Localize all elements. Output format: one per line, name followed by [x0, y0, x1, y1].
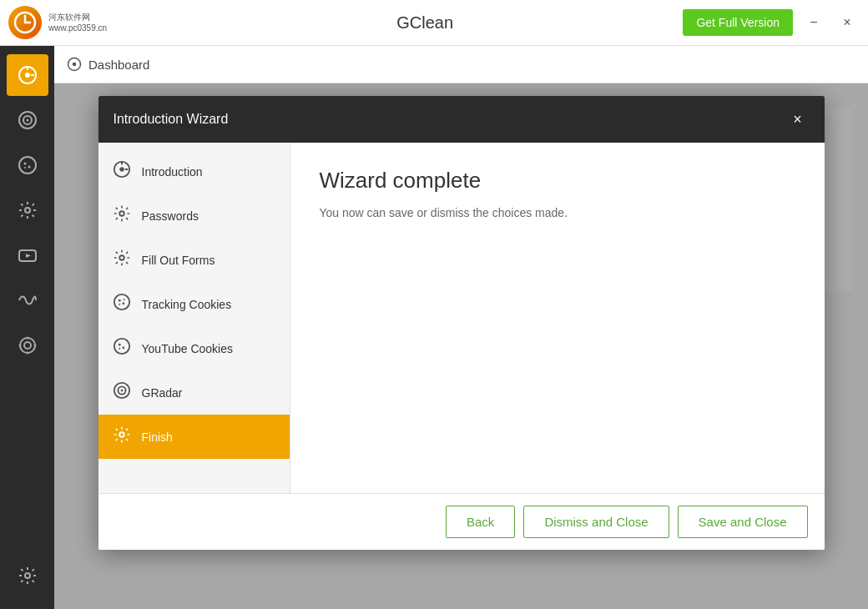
svg-point-38 [119, 348, 120, 350]
svg-point-37 [122, 346, 124, 349]
sync-icon [18, 335, 38, 355]
tracking-cookies-nav-icon [112, 293, 132, 315]
svg-point-31 [118, 299, 120, 302]
svg-point-23 [73, 63, 77, 67]
passwords-nav-icon [112, 204, 132, 227]
back-button[interactable]: Back [446, 506, 515, 538]
gradar-icon [113, 381, 131, 400]
modal-title: Introduction Wizard [114, 112, 229, 127]
wizard-complete-title: Wizard complete [320, 168, 795, 194]
gradar-nav-icon [112, 381, 132, 404]
fill-forms-nav-label: Fill Out Forms [142, 254, 215, 267]
svg-point-9 [23, 163, 26, 165]
dashboard-icon [18, 65, 38, 85]
passwords-nav-label: Passwords [142, 209, 199, 223]
svg-point-41 [120, 390, 123, 392]
sidebar [0, 46, 54, 609]
sidebar-item-cookie[interactable] [7, 144, 48, 186]
sidebar-item-dashboard[interactable] [7, 54, 48, 96]
svg-point-29 [119, 255, 124, 260]
svg-point-15 [20, 338, 35, 353]
sidebar-item-sync[interactable] [7, 325, 48, 366]
logo-icon [13, 11, 37, 34]
passwords-icon [113, 204, 131, 223]
wizard-nav-youtube-cookies[interactable]: YouTube Cookies [98, 326, 290, 370]
sidebar-item-wave[interactable] [7, 279, 48, 321]
sidebar-item-target[interactable] [7, 99, 48, 141]
config-icon [18, 566, 38, 586]
svg-point-34 [123, 299, 124, 300]
svg-point-33 [119, 304, 120, 305]
dashboard-label: Dashboard [88, 58, 149, 72]
introduction-wizard-modal: Introduction Wizard × [98, 96, 825, 550]
save-and-close-button[interactable]: Save and Close [678, 506, 808, 538]
wizard-nav-passwords[interactable]: Passwords [98, 194, 290, 238]
finish-icon [113, 425, 131, 444]
watermark-text: 河东软件网 www.pc0359.cn [48, 12, 107, 33]
svg-point-28 [119, 211, 124, 216]
svg-marker-14 [26, 254, 31, 258]
wave-icon [18, 290, 38, 310]
titlebar-controls: Get Full Version − × [683, 9, 868, 36]
wizard-nav-tracking-cookies[interactable]: Tracking Cookies [98, 282, 290, 326]
introduction-icon [113, 160, 131, 179]
introduction-nav-label: Introduction [142, 165, 203, 179]
svg-point-19 [18, 345, 21, 347]
introduction-nav-icon [112, 160, 132, 183]
svg-point-36 [118, 344, 120, 346]
gradar-nav-label: GRadar [142, 386, 183, 400]
logo-circle [8, 6, 42, 39]
modal-overlay: Introduction Wizard × [54, 83, 868, 609]
target-icon [18, 110, 38, 130]
youtube-cookies-nav-icon [112, 337, 132, 360]
wizard-nav-gradar[interactable]: GRadar [98, 370, 290, 415]
svg-point-21 [25, 573, 30, 578]
get-full-version-button[interactable]: Get Full Version [683, 9, 793, 36]
wizard-nav-finish[interactable]: Finish [98, 415, 290, 459]
finish-nav-icon [112, 425, 132, 448]
fill-forms-nav-icon [112, 249, 132, 271]
wizard-nav-introduction[interactable]: Introduction [98, 149, 290, 194]
svg-point-8 [19, 157, 36, 174]
wizard-nav: Introduction Passwords [98, 143, 290, 493]
dashboard-bar-icon [67, 57, 82, 72]
wizard-content: Wizard complete You now can save or dism… [290, 143, 825, 493]
minimize-button[interactable]: − [801, 10, 826, 35]
finish-nav-label: Finish [142, 430, 173, 444]
titlebar: 河东软件网 www.pc0359.cn GClean Get Full Vers… [0, 0, 868, 46]
settings-icon [18, 200, 38, 220]
svg-point-32 [122, 302, 124, 304]
main-content: following the link below. Configure clea… [54, 83, 868, 609]
sidebar-item-youtube[interactable] [7, 234, 48, 276]
app-logo: 河东软件网 www.pc0359.cn [0, 6, 167, 39]
svg-point-2 [25, 73, 30, 78]
svg-point-7 [26, 119, 28, 122]
tracking-cookies-nav-label: Tracking Cookies [142, 298, 232, 311]
svg-point-11 [24, 167, 26, 169]
svg-point-17 [26, 337, 28, 340]
sidebar-item-settings[interactable] [7, 189, 48, 231]
fill-forms-icon [113, 249, 131, 267]
modal-close-button[interactable]: × [786, 108, 810, 131]
cookie-icon [18, 155, 38, 175]
svg-point-30 [114, 294, 129, 310]
app-title: GClean [396, 13, 453, 33]
window-close-button[interactable]: × [835, 10, 860, 35]
dismiss-and-close-button[interactable]: Dismiss and Close [523, 506, 669, 538]
svg-point-12 [25, 208, 30, 213]
dashboard-bar: Dashboard [54, 46, 868, 83]
sidebar-item-config[interactable] [7, 555, 48, 596]
svg-point-25 [119, 167, 124, 172]
svg-point-42 [119, 432, 124, 437]
modal-footer: Back Dismiss and Close Save and Close [98, 493, 825, 550]
svg-point-18 [26, 352, 28, 355]
youtube-cookies-icon [113, 337, 131, 355]
wizard-nav-fill-forms[interactable]: Fill Out Forms [98, 238, 290, 282]
modal-header: Introduction Wizard × [98, 96, 825, 143]
svg-point-20 [33, 345, 36, 347]
svg-point-35 [114, 339, 129, 354]
modal-body: Introduction Passwords [98, 143, 825, 493]
youtube-icon [18, 245, 38, 265]
youtube-cookies-nav-label: YouTube Cookies [142, 342, 233, 355]
wizard-complete-subtitle: You now can save or dismiss the choices … [320, 206, 795, 219]
